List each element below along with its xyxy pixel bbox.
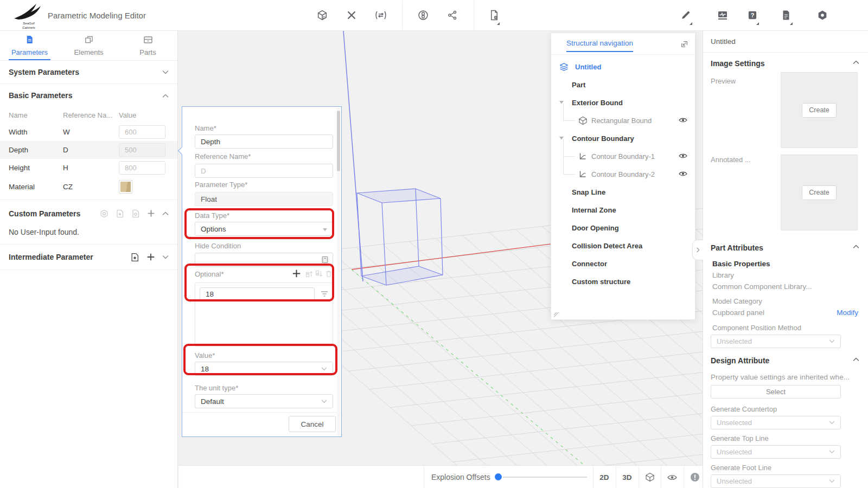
viewport-bottom-toolbar: Explosion Offsets 2D 3D [178, 465, 703, 488]
nut-dot-icon[interactable] [100, 209, 108, 218]
toolbar-divider [402, 1, 403, 30]
unit-type-select[interactable]: Default [195, 394, 333, 408]
col-reference-name: Reference Na... [63, 111, 119, 119]
tree-item-collision-detect-area[interactable]: Collision Detect Area [551, 237, 695, 255]
tab-elements[interactable]: Elements [59, 31, 118, 60]
logo-text-1: SeaGull [23, 22, 35, 25]
tree-item-part[interactable]: Part [551, 76, 695, 94]
eye-icon[interactable] [679, 153, 687, 159]
tab-elements-label: Elements [74, 48, 103, 56]
material-swatch[interactable] [119, 180, 132, 194]
create-annotated-button[interactable]: Create [802, 185, 837, 200]
doc-star-icon[interactable] [116, 209, 124, 218]
option-item-field[interactable] [200, 287, 315, 301]
edit-pencil-icon[interactable] [680, 10, 692, 21]
model-box-icon[interactable] [317, 10, 328, 21]
mode-2d-button[interactable]: 2D [593, 466, 616, 488]
generate-top-line-select[interactable]: Unselected [711, 445, 841, 459]
tree-item-connector[interactable]: Connector [551, 255, 695, 273]
component-icon[interactable] [347, 10, 357, 21]
section-custom-parameters[interactable]: Custom Parameters [0, 200, 177, 227]
resize-handle-icon[interactable] [553, 312, 559, 317]
isometric-cube-icon[interactable] [639, 466, 661, 488]
hide-condition-field[interactable] [195, 253, 333, 267]
data-type-select[interactable]: Options [195, 222, 333, 236]
add-parameter-icon[interactable] [147, 209, 155, 217]
section-basic-parameters[interactable]: Basic Parameters [0, 84, 177, 107]
chevron-down-icon [321, 367, 327, 371]
dialog-scrollbar-thumb[interactable] [337, 111, 340, 171]
chevron-up-icon[interactable] [853, 60, 859, 64]
share-nodes-icon[interactable] [447, 10, 458, 21]
generate-foot-line-select[interactable]: Unselected [711, 474, 841, 488]
tree-item-internal-zone[interactable]: Internal Zone [551, 201, 695, 219]
chevron-up-icon[interactable] [162, 94, 169, 98]
name-field[interactable] [195, 134, 333, 149]
swap-arrows-icon[interactable] [374, 10, 387, 21]
select-button[interactable]: Select [711, 385, 841, 399]
filter-icon[interactable] [321, 291, 328, 297]
table-row-width[interactable]: Width W [0, 123, 177, 141]
insert-above-icon[interactable] [305, 270, 313, 278]
width-value-input[interactable] [119, 125, 165, 139]
chevron-up-icon[interactable] [853, 357, 859, 361]
tree-item-untitled[interactable]: Untitled [551, 58, 695, 76]
optional-label: Optional* [195, 270, 224, 278]
tree-item-snap-line[interactable]: Snap Line [551, 183, 695, 201]
tab-parameters[interactable]: Parameters [0, 31, 59, 60]
monitor-activity-icon[interactable] [717, 10, 729, 21]
document-icon[interactable] [781, 10, 792, 21]
create-preview-button[interactable]: Create [802, 103, 837, 118]
generate-countertop-select[interactable]: Unselected [711, 416, 841, 429]
depth-value-input[interactable] [119, 143, 165, 157]
table-row-height[interactable]: Height H [0, 159, 177, 177]
insert-below-icon[interactable] [315, 270, 323, 278]
chevron-down-icon[interactable] [162, 255, 169, 259]
basic-properties-title: Basic Properties [712, 260, 770, 268]
section-system-parameters[interactable]: System Parameters [0, 61, 177, 84]
reference-name-label: Reference Name* [195, 152, 251, 160]
table-row-depth[interactable]: Depth D [0, 141, 177, 159]
toolbar-divider [424, 466, 424, 488]
cancel-button[interactable]: Cancel [289, 416, 336, 432]
tree-item-contour-boundary-2[interactable]: Contour Boundary-2 [551, 165, 695, 183]
add-intermediate-icon[interactable] [146, 253, 155, 261]
chevron-up-icon[interactable] [853, 245, 859, 248]
float-window-icon[interactable] [680, 40, 688, 48]
tree-item-rectangular-bound[interactable]: Rectangular Bound [551, 112, 695, 130]
reference-name-field[interactable] [195, 164, 333, 178]
design-attribute-title: Design Attribute [711, 356, 769, 365]
slider-handle[interactable] [495, 473, 502, 480]
doc-circle-icon[interactable] [131, 209, 140, 218]
chevron-up-icon[interactable] [162, 211, 169, 215]
settings-nut-icon[interactable] [817, 10, 828, 21]
dialog-scrollbar[interactable] [337, 108, 340, 435]
inherit-note: Property value settings are inherited wh… [711, 373, 850, 381]
value-select[interactable]: 18 [195, 362, 333, 376]
mode-3d-button[interactable]: 3D [616, 466, 639, 488]
help-icon[interactable]: ? [747, 10, 758, 21]
chevron-down-icon[interactable] [162, 70, 169, 74]
modify-link[interactable]: Modify [837, 309, 858, 317]
component-position-method-select[interactable]: Unselected [711, 335, 841, 348]
doc-star-icon[interactable] [130, 253, 139, 262]
slider-track[interactable] [503, 477, 587, 478]
height-value-input[interactable] [119, 161, 165, 175]
eye-icon[interactable] [679, 171, 687, 177]
document-gear-icon[interactable] [489, 10, 500, 21]
table-row-material[interactable]: Material CZ [0, 177, 177, 196]
visibility-eye-icon[interactable] [661, 466, 683, 488]
eye-icon[interactable] [679, 117, 687, 123]
tree-item-door-opening[interactable]: Door Opening [551, 219, 695, 237]
panel-collapse-handle[interactable] [692, 240, 703, 260]
link-icon[interactable] [418, 10, 429, 21]
tree-item-custom-structure[interactable]: Custom structure [551, 273, 695, 291]
section-intermediate-parameter[interactable]: Intermediate Parameter [0, 244, 177, 270]
delete-option-icon[interactable] [325, 270, 333, 278]
add-option-icon[interactable] [292, 269, 301, 278]
tab-parts[interactable]: Parts [118, 31, 177, 60]
calculator-icon[interactable] [321, 256, 329, 264]
name-label: Name* [195, 124, 216, 132]
left-sidebar: Parameters Elements Parts System Paramet… [0, 31, 178, 488]
structural-navigation-tab[interactable]: Structural navigation [566, 39, 633, 52]
